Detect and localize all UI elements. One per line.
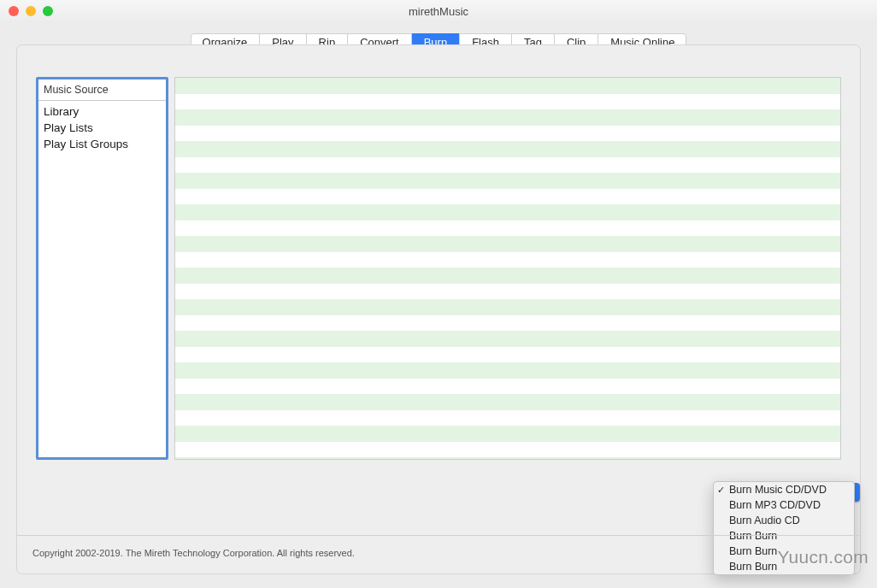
list-row[interactable] (175, 94, 840, 110)
burn-menu-item[interactable]: Burn MP3 CD/DVD (714, 497, 854, 513)
maximize-window-button[interactable] (43, 6, 53, 16)
list-row[interactable] (175, 362, 840, 379)
list-row[interactable] (175, 236, 840, 252)
burn-menu-item-label: Burn Burn (729, 561, 777, 573)
close-window-button[interactable] (9, 6, 19, 16)
list-row[interactable] (175, 457, 840, 460)
burn-menu-item[interactable]: Burn Audio CD (714, 513, 854, 528)
list-row[interactable] (175, 173, 840, 189)
burn-menu-item-label: Burn Audio CD (729, 514, 800, 526)
content-panel: Music Source LibraryPlay ListsPlay List … (16, 44, 861, 574)
list-row[interactable] (175, 426, 840, 442)
list-row[interactable] (175, 284, 840, 300)
window-titlebar: mirethMusic (0, 0, 877, 22)
list-row[interactable] (175, 189, 840, 205)
list-row[interactable] (175, 268, 840, 284)
burn-menu-item[interactable]: ✓Burn Music CD/DVD (714, 482, 854, 497)
list-row[interactable] (175, 379, 840, 395)
divider (17, 535, 860, 536)
music-source-sidebar: Music Source LibraryPlay ListsPlay List … (36, 77, 168, 460)
copyright-text: Copyright 2002-2019. The Mireth Technolo… (32, 548, 355, 558)
list-row[interactable] (175, 394, 840, 410)
minimize-window-button[interactable] (26, 6, 36, 16)
list-row[interactable] (175, 204, 840, 220)
sidebar-item-play-list-groups[interactable]: Play List Groups (44, 136, 161, 152)
burn-menu-item-label: Burn MP3 CD/DVD (729, 499, 821, 511)
list-row[interactable] (175, 109, 840, 126)
burn-menu-item-label: Burn Burn (729, 530, 777, 542)
list-row[interactable] (175, 220, 840, 237)
watermark: Yuucn.com (777, 547, 868, 567)
track-list[interactable] (174, 77, 841, 460)
list-row[interactable] (175, 252, 840, 268)
list-row[interactable] (175, 347, 840, 363)
list-row[interactable] (175, 442, 840, 458)
sidebar-header: Music Source (38, 79, 166, 101)
sidebar-item-play-lists[interactable]: Play Lists (44, 120, 161, 136)
list-row[interactable] (175, 299, 840, 315)
burn-menu-item-label: Burn Music CD/DVD (729, 484, 827, 496)
traffic-lights (9, 6, 53, 16)
list-row[interactable] (175, 141, 840, 157)
window-title: mirethMusic (0, 5, 877, 18)
burn-menu-item-label: Burn Burn (729, 545, 777, 557)
list-row[interactable] (175, 78, 840, 94)
list-row[interactable] (175, 157, 840, 173)
checkmark-icon: ✓ (717, 483, 725, 497)
list-row[interactable] (175, 315, 840, 332)
burn-menu-item[interactable]: Burn Burn (714, 528, 854, 544)
list-row[interactable] (175, 126, 840, 142)
sidebar-item-library[interactable]: Library (44, 103, 161, 120)
list-row[interactable] (175, 331, 840, 347)
list-row[interactable] (175, 410, 840, 426)
